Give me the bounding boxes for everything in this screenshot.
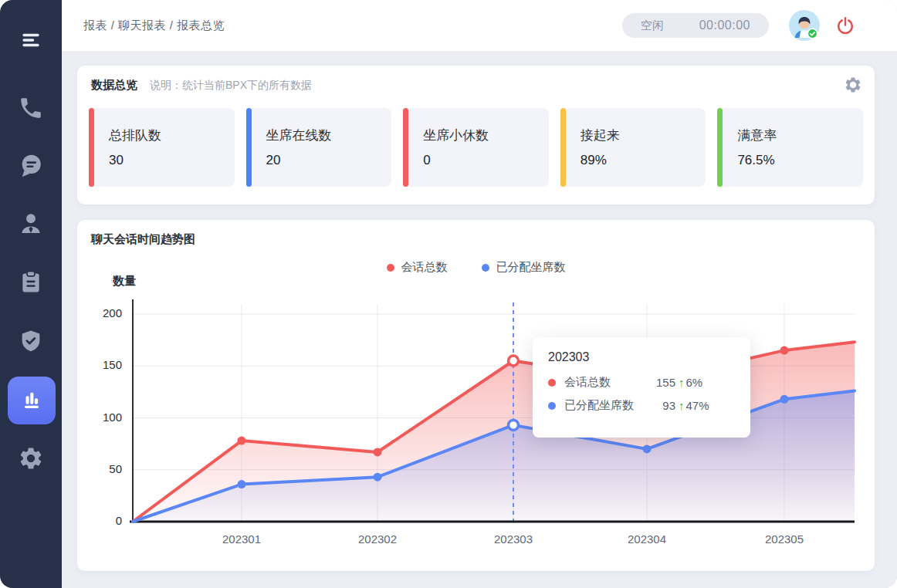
clipboard-icon — [18, 269, 44, 295]
tooltip-title: 202303 — [548, 350, 735, 364]
overview-subtitle: 说明：统计当前BPX下的所有数据 — [150, 79, 312, 93]
data-point[interactable] — [509, 420, 519, 430]
tooltip-value: 155 — [654, 376, 675, 389]
data-point[interactable] — [643, 444, 652, 453]
legend-item-sessions[interactable]: 会话总数 — [387, 260, 448, 275]
data-point[interactable] — [238, 480, 246, 488]
stat-label: 满意率 — [737, 127, 863, 144]
status-label: 空闲 — [641, 19, 664, 33]
up-arrow-icon: ↑ — [679, 399, 685, 412]
tooltip-row: 会话总数 155 ↑ 6% — [548, 375, 735, 390]
gear-icon — [18, 445, 44, 471]
accent-bar — [246, 108, 252, 187]
logout-power-button[interactable] — [835, 15, 855, 35]
sidebar-item-settings[interactable] — [0, 441, 62, 475]
y-axis-tick: 0 — [77, 514, 122, 527]
stat-card-total-queue: 总排队数 30 — [89, 108, 235, 187]
shield-check-icon — [18, 328, 44, 354]
series-dot — [548, 379, 556, 387]
hamburger-icon — [18, 27, 44, 53]
stat-value: 30 — [109, 153, 235, 168]
legend-label: 已分配坐席数 — [496, 260, 566, 275]
x-axis-tick: 202303 — [475, 532, 552, 546]
chart-legend: 会话总数 已分配坐席数 — [77, 260, 875, 275]
status-timer: 00:00:00 — [699, 19, 750, 32]
stat-label: 坐席小休数 — [423, 127, 549, 144]
data-point[interactable] — [780, 346, 789, 355]
sidebar-item-security[interactable] — [0, 324, 62, 358]
stat-card-answer-rate: 接起来 89% — [560, 108, 706, 187]
legend-dot — [482, 264, 489, 272]
app-window: 报表 / 聊天报表 / 报表总览 空闲 00:00:00 — [0, 0, 897, 588]
x-axis-tick: 202304 — [608, 532, 685, 546]
stats-row: 总排队数 30 坐席在线数 20 坐席小休数 0 接起来 89% — [89, 108, 863, 187]
x-axis-tick: 202301 — [203, 532, 280, 546]
y-axis-tick: 100 — [77, 411, 122, 424]
data-overview-card: 数据总览 说明：统计当前BPX下的所有数据 总排队数 30 坐席在线数 20 — [77, 66, 875, 204]
stat-value: 0 — [423, 153, 549, 168]
legend-label: 会话总数 — [401, 260, 448, 275]
overview-settings-button[interactable] — [844, 76, 862, 94]
sidebar — [0, 0, 62, 588]
top-header: 报表 / 聊天报表 / 报表总览 空闲 00:00:00 — [62, 0, 897, 51]
stat-card-agents-break: 坐席小休数 0 — [403, 108, 549, 187]
sidebar-item-chat[interactable] — [0, 149, 62, 183]
y-axis-tick: 50 — [77, 462, 122, 475]
avatar[interactable] — [789, 10, 820, 41]
tooltip-row: 已分配坐席数 93 ↑ 47% — [548, 398, 735, 413]
tooltip-value: 93 — [654, 399, 675, 412]
up-arrow-icon: ↑ — [679, 376, 685, 389]
y-axis-title: 数量 — [113, 274, 136, 289]
data-point[interactable] — [374, 448, 382, 456]
accent-bar — [89, 108, 94, 187]
menu-toggle-button[interactable] — [0, 23, 62, 57]
stat-label: 坐席在线数 — [266, 127, 392, 144]
data-point[interactable] — [509, 356, 519, 366]
main-area: 报表 / 聊天报表 / 报表总览 空闲 00:00:00 — [62, 0, 897, 588]
stat-card-satisfaction: 满意率 76.5% — [717, 108, 863, 187]
breadcrumb: 报表 / 聊天报表 / 报表总览 — [83, 0, 225, 51]
legend-dot — [387, 264, 394, 272]
chart-card: 聊天会话时间趋势图 会话总数 已分配坐席数 数量 050100150200 20… — [77, 220, 875, 571]
data-point[interactable] — [374, 473, 382, 482]
stat-label: 总排队数 — [109, 127, 235, 144]
legend-item-assigned[interactable]: 已分配坐席数 — [482, 260, 566, 275]
stat-value: 20 — [266, 153, 392, 168]
stat-card-agents-online: 坐席在线数 20 — [246, 108, 392, 187]
chat-bubble-icon — [18, 153, 44, 179]
overview-title: 数据总览 — [91, 78, 137, 93]
stat-value: 76.5% — [737, 153, 863, 168]
trend-line-chart[interactable] — [77, 293, 875, 532]
tooltip-series-name: 已分配坐席数 — [564, 398, 654, 413]
sidebar-item-contacts[interactable] — [0, 207, 62, 241]
chart-tooltip: 202303 会话总数 155 ↑ 6% 已分配坐席数 93 ↑ 47% — [533, 337, 750, 438]
y-axis-tick: 200 — [77, 306, 122, 319]
agent-status-pill[interactable]: 空闲 00:00:00 — [622, 13, 769, 38]
phone-icon — [18, 95, 44, 121]
stat-value: 89% — [581, 153, 706, 168]
bar-chart-icon — [18, 385, 46, 416]
tooltip-delta: 47% — [686, 399, 709, 412]
x-axis-tick: 202302 — [339, 532, 416, 546]
accent-bar — [403, 108, 408, 187]
tooltip-delta: 6% — [686, 376, 703, 389]
data-point[interactable] — [780, 395, 789, 404]
accent-bar — [717, 108, 723, 187]
sidebar-item-tasks[interactable] — [0, 265, 62, 299]
user-icon — [18, 211, 44, 237]
data-point[interactable] — [238, 437, 246, 445]
tooltip-series-name: 会话总数 — [564, 375, 654, 390]
series-dot — [548, 402, 556, 410]
stat-label: 接起来 — [581, 127, 706, 144]
sidebar-item-reports[interactable] — [8, 377, 56, 424]
x-axis-tick: 202305 — [746, 532, 823, 546]
chart-title: 聊天会话时间趋势图 — [91, 232, 195, 247]
sidebar-item-phone[interactable] — [0, 91, 62, 125]
gear-outline-icon — [844, 83, 862, 96]
y-axis-tick: 150 — [77, 358, 122, 371]
accent-bar — [560, 108, 566, 187]
